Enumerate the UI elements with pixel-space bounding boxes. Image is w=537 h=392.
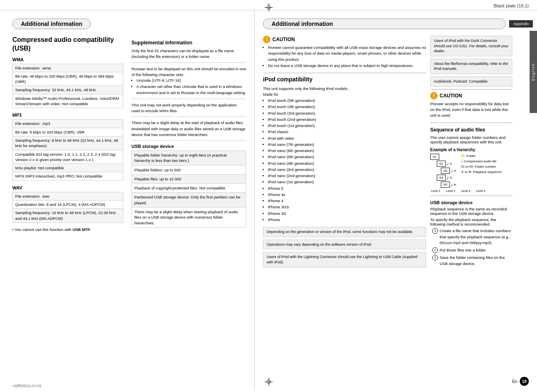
sequence-text: The user cannot assign folder numbers an… [430,135,512,144]
table-row: Compatible ID3 tag version: 1.0, 1.1, 2.… [12,150,123,164]
hier-row-02: 02 ♩ ① [437,161,456,167]
music-note-1: ♩ [447,161,449,166]
right-column: Additional information Appendix English … [255,10,537,390]
hier-legend: 📁 Folder ♩ Compressed audio file 01 to 0… [461,154,502,175]
list-item: 2 Put those files into a folder. [432,247,512,253]
supp-para-4: This unit may not work properly dependin… [131,102,246,117]
right-section-header: Additional information [263,18,506,29]
music-note-3: ♩ [447,175,449,180]
table-row: Partitioned USB storage device: Only the… [131,192,246,208]
table-row: Quantization bits: 8 and 16 (LPCM), 4 (M… [12,200,123,209]
right-main-content: ! CAUTION Pioneer cannot guarantee compa… [263,36,426,270]
list-item: iPod nano (7th generation) [268,142,426,148]
table-row: Sampling frequency: 32 kHz, 44.1 kHz, 48… [12,85,123,94]
hierarchy-diagram: Example of a hierarchy 01 02 [430,148,512,192]
hier-box-02: 02 [437,161,446,167]
music-note-4: ♩ [451,182,453,187]
table-row: Sampling frequency: 16 kHz to 48 kHz (LP… [12,208,123,223]
compressed-audio-title: Compressed audio compatibility (USB) [12,36,123,53]
legend-folder: 📁 Folder [461,154,502,159]
hier-row-05: 05 ♩ ⑥ [441,182,456,188]
usb-text-1: Playback sequence is the same as recorde… [430,207,512,216]
list-item: iPod classic [268,129,426,135]
divider [430,196,512,196]
level-1: Level 1 [431,189,440,192]
hier-row-01: 01 [430,154,456,160]
mp3-section: File extension: .mp3 Bit rate: 8 kbps to… [12,119,123,180]
mp3-label: MP3 [12,113,123,118]
caution-icon-2: ! [430,92,438,99]
circle-3: ③ [454,169,456,173]
info-box-0: Depending on the generation or version o… [263,227,426,237]
side-info-0: Users of iPod with the Dock Connector sh… [430,36,512,56]
left-two-col: Compressed audio compatibility (USB) WMA… [12,36,246,232]
hier-tree: 01 02 ♩ ① 03 ♩ ③ [430,154,456,188]
usb-text-2: To specify the playback sequence, the fo… [430,217,512,226]
list-item: iPhone 3GS [268,204,426,210]
list-item: iPod nano (4th generation) [268,161,426,166]
list-item: Pioneer cannot guarantee compatibility w… [268,45,426,62]
list-item: iPhone 4 [268,198,426,204]
ipod-intro: This unit supports only the following iP… [263,86,426,91]
caution-icon-1: ! [263,36,270,43]
ipod-title: iPod compatibility [263,76,426,83]
usb-storage-section-title: USB storage device [430,200,512,205]
divider [263,73,426,73]
music-icon: ♩ [461,159,463,164]
usb-steps-list: 1 Create a file name that includes numbe… [430,228,512,267]
supp-bullet-list: Unicode (UTF-8, UTF-16) A character set … [131,78,246,96]
usb-storage-title: USB storage device [131,144,246,149]
compressed-audio-col: Compressed audio compatibility (USB) WMA… [12,36,123,232]
hier-row-03: 03 ♩ ③ [441,168,456,174]
supp-para-1: Russian text to be displayed on this uni… [131,66,246,99]
info-box-1: Operations may vary depending on the sof… [263,240,426,250]
made-for: Made for [263,92,426,97]
table-row: Bit rate: 8 kbps to 320 kbps (CBR), VBR [12,128,123,136]
side-info-col: Users of iPod with the Dock Connector sh… [430,36,512,270]
step-badge-1: 1 [432,228,438,234]
list-item: A character set other than Unicode that … [136,84,246,96]
table-row: File extension: .wav [12,192,123,201]
list-item: Unicode (UTF-8, UTF-16) [136,78,246,83]
level-labels: Level 1 Level 2 Level 3 Level 4 [431,189,512,192]
table-row: Bit rate: 48 kbps to 320 kbps (CBR), 48 … [12,72,123,86]
page-bottom: En 19 [512,377,529,386]
list-item: iPhone 4s [268,192,426,198]
hier-box-04: 04 [437,175,446,181]
list-item: iPod nano (2nd generation) [268,173,426,179]
main-content: Additional information Compressed audio … [0,10,537,390]
caution-2-text: Pioneer accepts no responsibility for da… [430,101,512,119]
table-row: File extension: .wma [12,64,123,72]
list-item: iPhone [268,217,426,223]
list-item: 3 Save the folder containing files on th… [432,255,512,267]
table-row: Playable files: up to 15 000 [131,174,246,184]
hier-box-05: 05 [441,182,450,188]
supplemental-title: Supplemental information [131,40,246,46]
table-row: Playable folder hierarchy: up to eight t… [131,150,246,166]
bottom-code: <QRD3211-C>19 [12,384,41,388]
list-item: Do not leave a USB storage device in any… [268,63,426,69]
ipod-models-list: iPod touch (5th generation) iPod touch (… [263,98,426,223]
table-row: Windows Media™ Audio Professional, Lossl… [12,94,123,108]
hierarchy-title: Example of a hierarchy [430,148,512,152]
divider [430,89,512,90]
level-2: Level 2 [446,189,456,192]
wav-label: WAV [12,185,123,190]
caution-box-2: ! CAUTION Pioneer accepts no responsibil… [430,92,512,119]
usb-storage-rows: Playable folder hierarchy: up to eight t… [131,150,246,228]
list-item: iPod nano (3rd generation) [268,167,426,173]
table-row: Playback of copyright-protected files: N… [131,183,246,193]
table-row: Playable folders: up to 500 [131,165,246,175]
right-two-col: ! CAUTION Pioneer cannot guarantee compa… [263,36,533,270]
supp-para-0: Only the first 32 characters can be disp… [131,48,246,63]
caution-title-1: ! CAUTION [263,36,426,43]
usb-mtp-note: • You cannot use this function with USB … [12,227,123,232]
folder-icon: 📁 [461,154,465,159]
list-item: iPhone 3G [268,211,426,217]
page-number-badge: 19 [520,377,529,386]
list-item: 1 Create a file name that includes numbe… [432,228,512,246]
list-item: iPhone 5 [268,186,426,191]
sequence-title: Sequence of audio files [430,127,512,133]
side-info-2: Audiobook, Podcast: Compatible [430,76,512,87]
circle-6: ⑥ [454,183,456,187]
